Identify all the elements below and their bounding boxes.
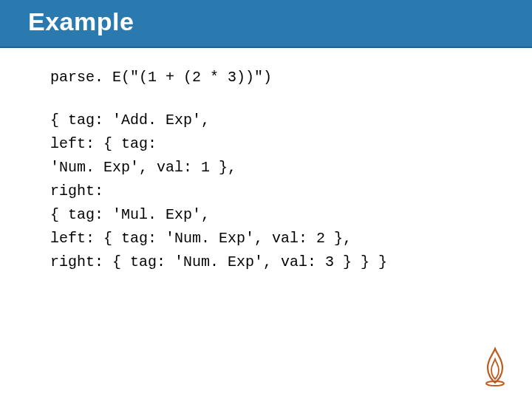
code-line: left: { tag: 'Num. Exp', val: 2 }, xyxy=(50,227,532,250)
code-line: { tag: 'Mul. Exp', xyxy=(50,203,532,227)
code-line: right: { tag: 'Num. Exp', val: 3 } } } xyxy=(50,250,532,274)
title-bar: Example xyxy=(0,0,532,48)
code-line: left: { tag: xyxy=(50,132,532,156)
code-result: { tag: 'Add. Exp', left: { tag: 'Num. Ex… xyxy=(50,109,532,274)
code-line: { tag: 'Add. Exp', xyxy=(50,109,532,132)
flame-logo-icon xyxy=(479,346,511,387)
code-call: parse. E("(1 + (2 * 3))") xyxy=(50,66,532,89)
slide: Example parse. E("(1 + (2 * 3))") { tag:… xyxy=(0,0,532,399)
slide-title: Example xyxy=(28,7,532,36)
code-line: right: xyxy=(50,180,532,203)
slide-content: parse. E("(1 + (2 * 3))") { tag: 'Add. E… xyxy=(0,48,532,274)
code-line: 'Num. Exp', val: 1 }, xyxy=(50,156,532,180)
